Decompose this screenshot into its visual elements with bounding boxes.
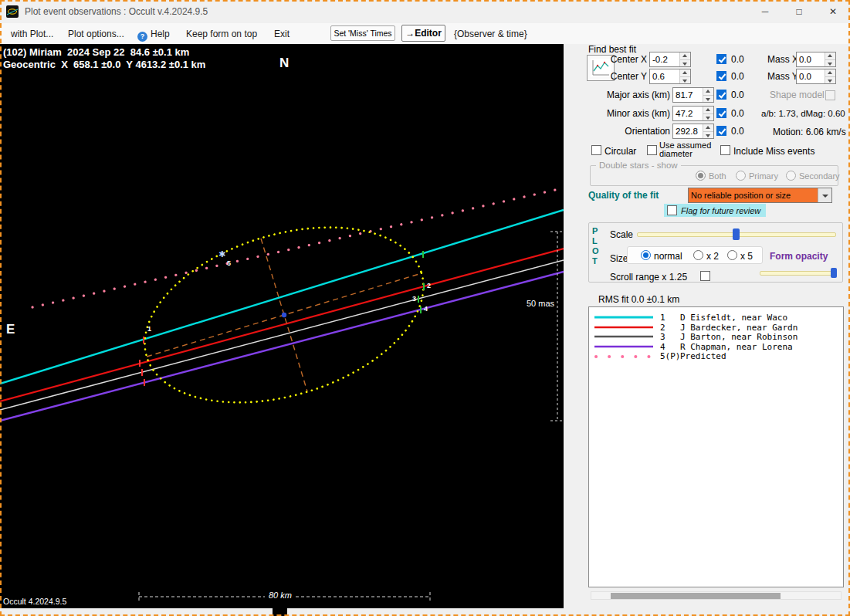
chord-label-4: 4 xyxy=(424,305,428,313)
assumed-diameter-checkbox[interactable] xyxy=(647,145,657,155)
ellipse-center-marker xyxy=(282,313,286,317)
minor-axis-input[interactable]: 47.2 xyxy=(672,106,714,121)
rms-fit-label: RMS fit 0.0 ±0.1 km xyxy=(598,294,679,305)
mass-x-value[interactable]: 0.0 xyxy=(797,52,825,66)
help-icon: ? xyxy=(137,32,147,42)
north-label: N xyxy=(279,56,289,71)
plot-canvas[interactable]: (102) Miriam 2024 Sep 22 84.6 ±0.1 km Ge… xyxy=(0,44,564,608)
scale-slider-thumb[interactable] xyxy=(733,228,740,240)
scrollbar-thumb[interactable] xyxy=(611,593,781,599)
minimize-button[interactable]: ─ xyxy=(748,0,782,23)
legend-row-5[interactable]: 5(P) Predicted xyxy=(589,351,843,361)
predicted-path-dotted-line xyxy=(32,188,562,307)
menu-plot-options[interactable]: Plot options... xyxy=(68,29,124,39)
center-x-value[interactable]: -0.2 xyxy=(650,52,679,66)
size-x2-radio[interactable] xyxy=(693,250,703,260)
find-best-fit-label: Find best fit xyxy=(588,44,636,55)
legend-row-3[interactable]: 3 J Barton, near Robinson xyxy=(589,332,843,342)
major-axis-input[interactable]: 81.7 xyxy=(672,87,714,103)
close-button[interactable]: ✕ xyxy=(816,0,850,23)
double-stars-primary-radio[interactable] xyxy=(736,171,746,181)
observer-time-label: {Observer & time} xyxy=(454,29,527,39)
center-x-input[interactable]: -0.2 xyxy=(649,52,691,67)
opacity-slider-track[interactable] xyxy=(760,271,837,276)
include-miss-checkbox[interactable] xyxy=(720,145,730,155)
mass-x-input[interactable]: 0.0 xyxy=(796,52,836,67)
legend-name-5: Predicted xyxy=(680,351,726,361)
list-horizontal-scrollbar[interactable] xyxy=(591,591,842,600)
orientation-spinner[interactable] xyxy=(703,124,713,138)
app-icon xyxy=(6,5,19,18)
flag-review-box: Flag for future review xyxy=(664,204,766,217)
major-axis-fit-checkbox[interactable] xyxy=(716,90,726,100)
major-axis-spinner[interactable] xyxy=(703,88,713,102)
mass-y-input[interactable]: 0.0 xyxy=(796,69,836,84)
occult-plot-window: { "window": { "title": "Plot event obser… xyxy=(0,0,850,616)
double-stars-group-label: Double stars - show xyxy=(596,161,681,170)
minor-axis-fit-checkbox[interactable] xyxy=(716,108,726,118)
km-scale-label: 80 km xyxy=(265,591,296,600)
quality-of-fit-label: Quality of the fit xyxy=(588,190,659,201)
south-label-clipped xyxy=(273,608,287,616)
legend-row-1[interactable]: 1 D Eisfeldt, near Waco xyxy=(589,313,843,323)
menu-exit[interactable]: Exit xyxy=(274,29,290,39)
menu-keep-on-top[interactable]: Keep form on top xyxy=(186,29,257,39)
assumed-diameter-label-2: diameter xyxy=(659,149,693,158)
center-y-spinner[interactable] xyxy=(679,69,690,83)
double-stars-both-radio[interactable] xyxy=(696,171,706,181)
east-label: E xyxy=(6,322,15,337)
center-y-label: Center Y xyxy=(587,71,647,82)
ab-dmag-label: a/b: 1.73, dMag: 0.60 xyxy=(761,109,845,118)
control-panel: Find best fit Center X -0.2 0.0 Mass X 0… xyxy=(564,44,850,616)
center-y-input[interactable]: 0.6 xyxy=(649,69,691,84)
menu-help[interactable]: ?Help xyxy=(137,29,170,42)
size-normal-radio[interactable] xyxy=(641,250,651,260)
size-x5-radio[interactable] xyxy=(727,250,737,260)
quality-select-value[interactable]: No reliable position or size xyxy=(689,188,818,202)
double-stars-secondary-radio[interactable] xyxy=(786,171,796,181)
size-normal-label: normal xyxy=(654,251,682,262)
editor-button[interactable]: →Editor xyxy=(401,25,445,42)
flag-review-checkbox[interactable] xyxy=(667,205,677,215)
mass-y-value[interactable]: 0.0 xyxy=(797,69,825,83)
plot-title: (102) Miriam 2024 Sep 22 84.6 ±0.1 km xyxy=(3,46,189,58)
minor-axis-value[interactable]: 47.2 xyxy=(673,107,703,120)
chord-line-2 xyxy=(0,249,564,401)
orientation-input[interactable]: 292.8 xyxy=(672,124,714,139)
shape-model-checkbox[interactable] xyxy=(825,90,835,100)
window-controls: ─ □ ✕ xyxy=(748,0,850,23)
circular-checkbox[interactable] xyxy=(591,145,601,155)
orientation-value[interactable]: 292.8 xyxy=(673,124,703,138)
center-x-fit-checkbox[interactable] xyxy=(716,54,726,64)
center-x-spinner[interactable] xyxy=(679,52,690,66)
set-miss-times-button[interactable]: Set 'Miss' Times xyxy=(330,25,395,41)
menu-with-plot[interactable]: with Plot... xyxy=(11,29,53,39)
orientation-fit-checkbox[interactable] xyxy=(716,126,726,136)
mass-y-spinner[interactable] xyxy=(825,69,835,83)
maximize-button[interactable]: □ xyxy=(782,0,816,23)
quality-select[interactable]: No reliable position or size xyxy=(688,188,832,203)
chord-line-4 xyxy=(0,272,564,421)
major-axis-unc: 0.0 xyxy=(731,90,744,100)
observer-list[interactable]: 1 D Eisfeldt, near Waco 2 J Bardecker, n… xyxy=(588,306,844,587)
center-y-fit-checkbox[interactable] xyxy=(716,71,726,81)
legend-name-1: D Eisfeldt, near Waco xyxy=(680,313,787,323)
title-bar: Plot event observations : Occult v.4.202… xyxy=(0,0,850,23)
menu-bar: with Plot... Plot options... ?Help Keep … xyxy=(0,23,850,44)
scroll-range-checkbox[interactable] xyxy=(700,271,710,281)
double-stars-primary-label: Primary xyxy=(749,171,778,181)
opacity-slider-thumb[interactable] xyxy=(831,268,837,278)
mass-y-label: Mass Y xyxy=(767,71,798,82)
orientation-unc: 0.0 xyxy=(731,126,744,137)
chord-label-2: 2 xyxy=(427,282,431,289)
major-axis-value[interactable]: 81.7 xyxy=(673,88,703,102)
size-x2-label: x 2 xyxy=(706,251,719,262)
chord-label-3: 3 xyxy=(412,295,416,303)
window-title: Plot event observations : Occult v.4.202… xyxy=(25,6,208,17)
motion-label: Motion: 6.06 km/s xyxy=(773,127,846,137)
mass-x-spinner[interactable] xyxy=(825,52,835,66)
combo-arrow-icon[interactable] xyxy=(818,188,831,202)
minor-axis-spinner[interactable] xyxy=(703,107,713,120)
center-y-value[interactable]: 0.6 xyxy=(650,69,679,83)
minor-axis-label: Minor axis (km) xyxy=(587,108,670,119)
